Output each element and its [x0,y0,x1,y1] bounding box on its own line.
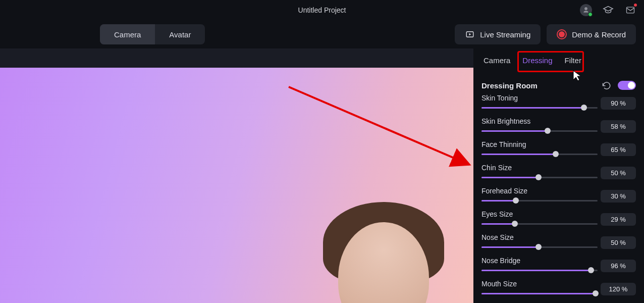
slider-value: 50 % [601,236,636,249]
dressing-room-title: Dressing Room [481,81,538,90]
slider-value: 30 % [601,190,636,203]
slider-thumb[interactable] [581,105,587,111]
side-panel: Camera Dressing Filter Dressing Room Ski… [473,48,644,303]
slider-label: Skin Brightness [481,117,598,125]
panel-tab-filter[interactable]: Filter [565,56,581,65]
slider-thumb[interactable] [513,197,519,204]
slider-nose-size: Nose Size50 % [481,233,636,251]
graduation-icon [603,5,614,16]
slider-value: 90 % [601,97,636,110]
slider-eyes-size: Eyes Size29 % [481,210,636,228]
slider-label: Face Thinning [481,140,598,148]
slider-value: 29 % [601,213,636,226]
annotation-cursor [572,70,582,82]
user-icon [580,4,592,16]
slider-track[interactable] [481,266,598,275]
slider-thumb[interactable] [512,221,518,227]
slider-track[interactable] [481,219,598,228]
slider-nose-bridge: Nose Bridge96 % [481,257,636,275]
slider-thumb[interactable] [588,267,594,273]
slider-label: Mouth Size [481,280,598,288]
live-streaming-label: Live Streaming [480,30,530,39]
main-content: Camera Dressing Filter Dressing Room Ski… [0,48,644,303]
title-bar: Untitled Project [0,0,644,20]
tutorials-button[interactable] [602,4,615,17]
live-stream-icon [465,30,475,39]
reset-icon[interactable] [602,81,612,89]
demo-record-button[interactable]: Demo & Record [547,24,636,44]
slider-thumb[interactable] [593,290,599,296]
sliders-list: Skin Toning90 %Skin Brightness58 %Face T… [481,94,636,298]
tab-camera[interactable]: Camera [100,24,155,44]
project-title: Untitled Project [298,6,346,14]
notifications-button[interactable] [624,4,637,17]
topbar-icons [579,0,637,20]
slider-forehead-size: Forehead Size30 % [481,187,636,205]
user-avatar-button[interactable] [579,4,593,17]
tab-avatar[interactable]: Avatar [155,24,205,44]
slider-track[interactable] [481,173,598,182]
main-toolbar: Camera Avatar Live Streaming Demo & Reco… [0,20,644,48]
slider-label: Forehead Size [481,187,598,195]
mail-icon [625,5,635,15]
panel-tab-camera[interactable]: Camera [484,56,510,65]
slider-label: Nose Size [481,233,598,241]
slider-label: Eyes Size [481,210,598,218]
slider-track[interactable] [481,242,598,251]
slider-value: 120 % [601,283,636,295]
dressing-room-toggle[interactable] [618,81,636,90]
slider-skin-toning: Skin Toning90 % [481,94,636,112]
panel-tabs: Camera Dressing Filter [481,48,636,72]
record-icon [557,29,567,39]
slider-thumb[interactable] [545,128,551,134]
slider-thumb[interactable] [553,151,559,157]
online-status-dot [588,12,593,17]
slider-thumb[interactable] [535,174,542,180]
notification-badge [634,4,637,7]
slider-label: Chin Size [481,164,598,172]
camera-preview[interactable] [0,68,473,303]
slider-value: 50 % [601,167,636,179]
canvas-toolbar [0,48,473,68]
slider-value: 58 % [601,120,636,133]
slider-value: 96 % [601,260,636,272]
demo-record-label: Demo & Record [572,30,626,39]
slider-track[interactable] [481,149,598,159]
panel-tab-dressing[interactable]: Dressing [522,56,552,65]
slider-track[interactable] [481,103,598,112]
svg-line-2 [289,87,469,165]
slider-thumb[interactable] [535,244,542,250]
dressing-room-header: Dressing Room [481,81,636,90]
slider-mouth-size: Mouth Size120 % [481,280,636,298]
live-streaming-button[interactable]: Live Streaming [455,24,541,44]
slider-label: Nose Bridge [481,257,598,265]
svg-rect-0 [627,7,634,13]
slider-face-thinning: Face Thinning65 % [481,140,636,159]
slider-track[interactable] [481,289,598,298]
slider-label: Skin Toning [481,94,598,102]
slider-chin-size: Chin Size50 % [481,164,636,182]
mode-segmented-control: Camera Avatar [100,24,205,44]
slider-skin-brightness: Skin Brightness58 % [481,117,636,135]
slider-track[interactable] [481,196,598,205]
slider-track[interactable] [481,126,598,135]
slider-value: 65 % [601,143,636,156]
canvas-area [0,48,473,303]
